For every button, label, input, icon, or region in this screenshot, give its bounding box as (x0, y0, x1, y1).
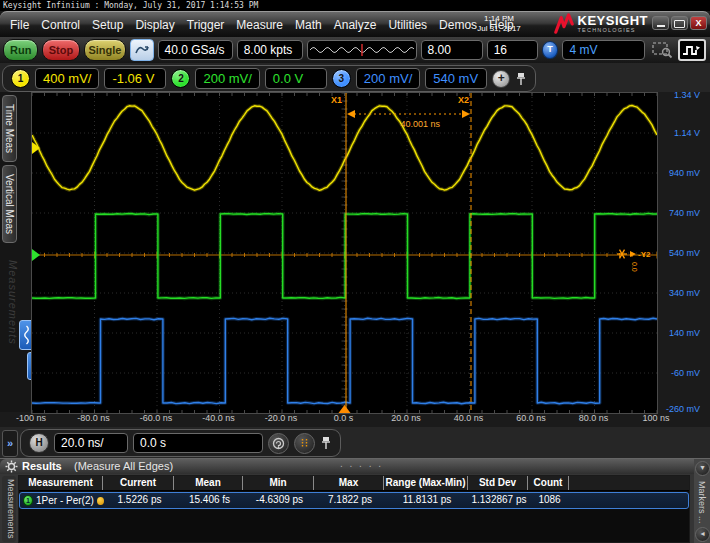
value-cell-3: 7.1822 ps (315, 493, 385, 508)
menu-item-math[interactable]: Math (289, 18, 328, 32)
menu-item-trigger[interactable]: Trigger (181, 18, 231, 32)
delta-time-label: 40.001 ns (401, 119, 441, 129)
value-cell-6: 1086 (529, 493, 570, 508)
measurements-watermark: Measurements (7, 260, 19, 345)
alarm-dot-icon (97, 497, 104, 505)
column-header-count: Count (528, 476, 569, 490)
horizontal-setup-icon[interactable] (268, 433, 289, 454)
channel-3-scale-field[interactable]: 200 mV/ (356, 68, 420, 89)
y-marker-arrow (630, 251, 636, 257)
channel-2-offset-field[interactable]: 0.0 V (265, 68, 327, 89)
autoscale-icon[interactable] (130, 39, 153, 61)
waveform-preview[interactable] (307, 40, 417, 60)
acquisition-toolbar: Run Stop Single 40.0 GSa/s 8.00 kpts 8.0… (0, 37, 710, 63)
window-buttons: X (652, 16, 707, 30)
maximize-button[interactable] (671, 16, 688, 30)
column-header-mean: Mean (174, 476, 243, 490)
single-button[interactable]: Single (84, 39, 127, 61)
run-button[interactable]: Run (3, 39, 38, 61)
voltage-tick-label: 140 mV (669, 328, 700, 338)
column-header-min: Min (243, 476, 314, 490)
measurement-label: 1Per - Per(2) (36, 494, 94, 508)
column-header-std-dev: Std Dev (468, 476, 528, 490)
markers-tab[interactable]: Markers ... (697, 481, 707, 524)
horizontal-controls: H 20.0 ns/ 0.0 s (20, 429, 341, 457)
horizontal-badge[interactable]: H (29, 433, 49, 453)
close-button[interactable]: X (690, 16, 707, 30)
scope-graticule: X1X240.001 ns-Y20.0 (32, 93, 657, 413)
channel-1-scale-field[interactable]: 400 mV/ (35, 68, 99, 89)
timebase-field[interactable]: 20.0 ns/ (54, 433, 128, 453)
menu-item-file[interactable]: File (4, 18, 35, 32)
minimize-button[interactable] (652, 16, 669, 30)
clock-date: Jul 31, 2017 (470, 24, 528, 34)
menu-item-analyze[interactable]: Analyze (328, 18, 383, 32)
menu-item-measure[interactable]: Measure (230, 18, 289, 32)
time-tick-label: 60.0 ns (508, 413, 554, 423)
zoom-region-icon[interactable] (649, 39, 675, 61)
sidebar-tab-vertical-meas[interactable]: Vertical Meas (2, 165, 17, 243)
trigger-badge[interactable]: T (542, 41, 559, 59)
voltage-tick-label: -260 mV (666, 404, 700, 414)
voltage-axis-labels: 1.34 V1.14 V940 mV740 mV540 mV340 mV140 … (656, 92, 708, 412)
channel-2-scale-field[interactable]: 200 mV/ (195, 68, 259, 89)
trigger-time-marker (339, 405, 351, 413)
time-tick-label: -20.0 ns (258, 413, 304, 423)
sample-rate-field[interactable]: 40.0 GSa/s (158, 40, 233, 60)
clock: 1:14 PM Jul 31, 2017 (470, 14, 528, 34)
voltage-tick-label: 340 mV (669, 288, 700, 298)
averages-field[interactable]: 16 (487, 40, 538, 60)
marker-mode-icon[interactable] (294, 433, 315, 454)
value-cell-5: 1.132867 ps (469, 493, 529, 508)
waveform-tool-icon[interactable] (678, 39, 706, 61)
y-marker-value: 0.0 (631, 262, 638, 272)
chevron-down-icon[interactable]: ▾ (695, 461, 710, 476)
ground-marker (32, 249, 40, 261)
time-tick-label: -80.0 ns (71, 413, 117, 423)
menu-bar: FileControlSetupDisplayTriggerMeasureMat… (0, 11, 710, 37)
channel-3-button[interactable]: 3 (332, 69, 351, 88)
measurement-row[interactable]: 11Per - Per(2)1.5226 ps15.406 fs-4.6309 … (19, 492, 689, 509)
channel-1-offset-field[interactable]: -1.06 V (104, 68, 166, 89)
voltage-tick-label: 940 mV (669, 168, 700, 178)
channel-bar: 1400 mV/-1.06 V2200 mV/0.0 V3200 mV/540 … (0, 63, 710, 92)
horizontal-position-field[interactable]: 0.0 s (133, 433, 263, 453)
stop-button[interactable]: Stop (42, 39, 79, 61)
time-tick-label: 40.0 ns (446, 413, 492, 423)
voltage-tick-label: 1.34 V (674, 90, 700, 100)
add-channel-button[interactable]: + (492, 70, 510, 88)
pushpin-icon[interactable] (320, 435, 332, 451)
results-column-headers: MeasurementCurrentMeanMinMaxRange (Max-M… (19, 476, 689, 491)
value-cell-1: 15.406 fs (175, 493, 244, 508)
value-cell-2: -4.6309 ps (244, 493, 315, 508)
brand-sub: TECHNOLOGIES (578, 27, 648, 34)
value-cell-filler (570, 493, 688, 508)
voltage-tick-label: 540 mV (669, 248, 700, 258)
sidebar-tab-time-meas[interactable]: Time Meas (2, 95, 17, 162)
menu-item-display[interactable]: Display (129, 18, 180, 32)
channel-controls: 1400 mV/-1.06 V2200 mV/0.0 V3200 mV/540 … (2, 65, 536, 92)
x2-marker-label: X2 (458, 95, 469, 105)
chevron-left-icon[interactable]: ◂ (695, 527, 710, 542)
gear-icon[interactable] (5, 460, 18, 473)
menu-item-control[interactable]: Control (35, 18, 86, 32)
results-header[interactable]: Results (Measure All Edges) . . . . . (0, 459, 710, 474)
expand-controls-button[interactable]: » (2, 430, 18, 457)
channel-3-offset-field[interactable]: 540 mV (425, 68, 487, 89)
bandwidth-field[interactable]: 8.00 GHz (421, 40, 483, 60)
menu-item-utilities[interactable]: Utilities (382, 18, 433, 32)
pushpin-icon[interactable] (515, 71, 527, 87)
oscilloscope-app: Keysight Infiniium : Monday, July 31, 20… (0, 0, 710, 543)
trigger-level-field[interactable]: 4 mV (562, 40, 645, 60)
channel-2-button[interactable]: 2 (171, 69, 190, 88)
measurements-tab[interactable]: Measurements (2, 476, 16, 542)
x1-marker-label: X1 (331, 95, 342, 105)
waveform-display[interactable]: X1X240.001 ns-Y20.0 (31, 92, 658, 414)
keysight-spark-icon (553, 13, 575, 35)
menu-item-setup[interactable]: Setup (86, 18, 129, 32)
voltage-tick-label: 1.14 V (674, 128, 700, 138)
time-axis-labels: -100 ns-80.0 ns-60.0 ns-40.0 ns-20.0 ns0… (0, 413, 710, 427)
memory-depth-field[interactable]: 8.00 kpts (237, 40, 303, 60)
channel-1-button[interactable]: 1 (11, 69, 30, 88)
drag-handle[interactable]: . . . . . (340, 458, 383, 469)
